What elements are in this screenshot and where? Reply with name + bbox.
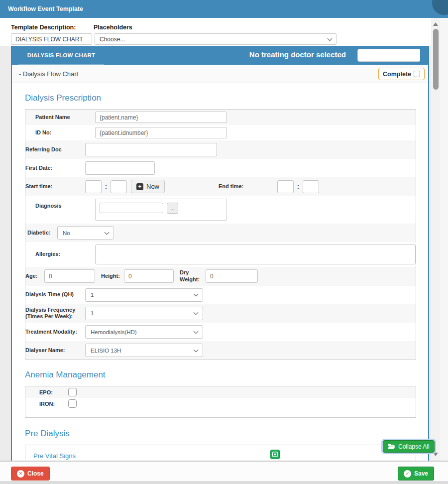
placeholders-select[interactable]: Choose... (95, 33, 336, 45)
treatment-modality-label: Treatment Modality: (25, 329, 85, 336)
time-separator: : (297, 183, 299, 190)
patient-name-label: Patient Name (35, 114, 95, 121)
patient-name-input[interactable] (95, 112, 227, 123)
diagnosis-more-button[interactable]: ... (167, 203, 178, 214)
age-input[interactable] (44, 269, 95, 283)
row-patient-name: Patient Name (25, 110, 416, 125)
collapse-all-button[interactable]: Collapse All (383, 440, 435, 453)
save-label: Save (414, 470, 428, 477)
anemia-fieldset: EPO: IRON: (25, 386, 416, 418)
date-picker-group (357, 49, 420, 62)
window-titlebar: Workflow Event Template (0, 0, 448, 18)
end-time-hour-input[interactable] (277, 180, 294, 193)
template-description-input[interactable] (11, 33, 92, 45)
row-referring-doc: Referring Doc (25, 140, 416, 159)
treating-doctor-status: No treating doctor selected (249, 50, 346, 59)
height-label: Height: (101, 273, 124, 280)
accordion-header-dialysis-flow-chart[interactable]: - Dialysis Flow Chart Complete (12, 65, 428, 83)
dry-weight-label: Dry Weight: (180, 269, 204, 283)
row-iron: IRON: (25, 398, 416, 409)
chevron-down-icon (105, 230, 110, 235)
check-circle-icon: ✓ (404, 470, 411, 478)
first-date-input[interactable] (85, 161, 155, 175)
bottom-edge-strip (0, 481, 448, 484)
dialysis-flow-chart-panel: DIALYSIS FLOW CHART No treating doctor s… (11, 46, 429, 461)
row-id-no: ID No: (25, 125, 416, 140)
section-title-anemia-management: Anemia Management (25, 370, 416, 380)
scroll-down-arrow-icon[interactable] (433, 453, 438, 456)
dialysis-frequency-label: Dialysis Frequency (Times Per Week): (25, 307, 85, 321)
end-time-label: End time: (219, 183, 247, 190)
diabetic-select[interactable]: No (57, 226, 114, 240)
panel-header: DIALYSIS FLOW CHART No treating doctor s… (12, 46, 428, 65)
collapse-all-label: Collapse All (398, 443, 430, 450)
height-input[interactable] (124, 269, 174, 283)
placeholders-selected-value: Choose... (100, 36, 125, 43)
open-folder-icon (388, 443, 395, 450)
diagnosis-box: ... (95, 199, 227, 221)
placeholders-label: Placeholders (94, 24, 132, 31)
close-button[interactable]: ✕ Close (11, 467, 50, 481)
template-description-label: Template Description: (11, 24, 76, 31)
complete-checkbox[interactable] (414, 71, 420, 77)
right-gutter (440, 18, 448, 461)
dialog-footer: ✕ Close ✓ Save (0, 461, 448, 484)
diagnosis-label: Diagnosis (35, 199, 95, 210)
id-no-input[interactable] (95, 127, 227, 138)
epo-checkbox[interactable] (68, 388, 77, 396)
close-circle-icon: ✕ (17, 470, 24, 478)
start-time-now-button[interactable]: + Now (131, 180, 165, 193)
dialysis-time-selected-value: 1 (91, 292, 94, 298)
row-dialyser-name: Dialyser Name: ELISIO 13H (25, 341, 416, 360)
referring-doc-label: Referring Doc (25, 146, 85, 153)
save-button[interactable]: ✓ Save (398, 467, 434, 481)
end-time-minute-input[interactable] (303, 180, 319, 193)
scrollbar-thumb[interactable] (433, 29, 439, 90)
row-dialysis-time: Dialysis Time (QH) 1 (25, 286, 416, 304)
chevron-down-icon (194, 347, 199, 352)
allergies-textarea[interactable] (95, 244, 416, 264)
dialysis-frequency-select[interactable]: 1 (85, 307, 203, 320)
row-diabetic: Diabetic: No (25, 224, 416, 242)
close-label: Close (27, 470, 44, 477)
row-dialysis-frequency: Dialysis Frequency (Times Per Week): 1 (25, 304, 416, 323)
dialyser-name-selected-value: ELISIO 13H (91, 348, 121, 354)
scroll-up-arrow-icon[interactable] (433, 22, 438, 26)
accordion-title: - Dialysis Flow Chart (19, 70, 78, 78)
section-title-pre-dialysis: Pre Dialysis (25, 429, 416, 439)
complete-button[interactable]: Complete (378, 68, 425, 80)
date-input[interactable] (357, 49, 420, 62)
dry-weight-input[interactable] (206, 269, 258, 283)
iron-checkbox[interactable] (68, 399, 77, 408)
row-treatment-modality: Treatment Modality: Hemodialysis(HD) (25, 323, 416, 341)
chevron-down-icon (194, 292, 199, 297)
row-epo: EPO: (25, 386, 416, 398)
start-time-minute-input[interactable] (111, 180, 127, 193)
chevron-down-icon (194, 310, 199, 315)
treatment-modality-select[interactable]: Hemodialysis(HD) (85, 325, 203, 339)
diabetic-label: Diabetic: (25, 230, 57, 237)
window-title: Workflow Event Template (8, 5, 83, 12)
first-date-label: First Date: (25, 165, 85, 172)
epo-label: EPO: (39, 389, 68, 395)
start-time-label: Start time: (25, 183, 85, 190)
template-toolbar: Template Description: Placeholders Choos… (0, 18, 431, 46)
diagnosis-input[interactable] (100, 203, 163, 213)
dialyser-name-select[interactable]: ELISIO 13H (85, 344, 203, 357)
chevron-down-icon (194, 329, 199, 334)
referring-doc-input[interactable] (85, 143, 217, 156)
row-diagnosis: Diagnosis ... (25, 196, 416, 224)
start-time-hour-input[interactable] (85, 180, 102, 193)
panel-content: Dialysis Prescription Patient Name ID No… (12, 83, 428, 461)
allergies-label: Allergies: (35, 251, 95, 258)
iron-label: IRON: (39, 401, 68, 407)
tab-dialysis-flow-chart[interactable]: DIALYSIS FLOW CHART (18, 46, 104, 65)
vertical-scrollbar[interactable] (431, 18, 440, 461)
row-age-height-weight: Age: Height: Dry Weight: (25, 267, 416, 286)
add-vital-signs-button[interactable] (270, 450, 280, 459)
row-start-end-time: Start time: : + Now End time: : (25, 177, 416, 196)
chevron-down-icon (328, 36, 333, 41)
time-separator: : (105, 183, 107, 190)
row-allergies: Allergies: (25, 242, 416, 267)
dialysis-time-select[interactable]: 1 (85, 288, 203, 302)
